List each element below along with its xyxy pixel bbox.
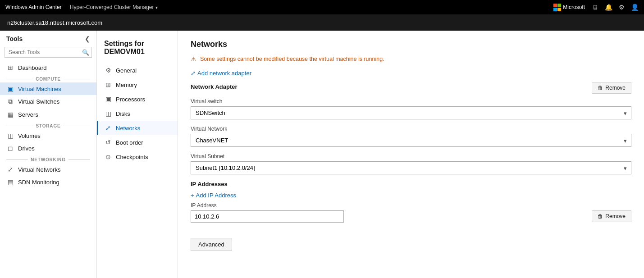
ip-remove-wrap: 🗑 Remove	[592, 202, 631, 222]
virtual-network-select[interactable]: ChaseVNET	[191, 134, 631, 147]
virtual-switch-select[interactable]: SDNSwitch	[191, 106, 631, 119]
virtual-subnet-group: Virtual Subnet Subnet1 [10.10.2.0/24]	[191, 153, 631, 174]
sidebar-item-virtual-machines[interactable]: ▣ Virtual Machines	[0, 82, 96, 95]
sidebar-item-label-sdn: SDN Monitoring	[18, 179, 59, 186]
settings-gear-icon[interactable]: ⚙	[619, 4, 625, 11]
main-panel: Networks ⚠ Some settings cannot be modif…	[178, 31, 644, 278]
disks-icon: ◫	[104, 110, 112, 117]
adapter-section: Network Adapter 🗑 Remove Virtual switch …	[191, 82, 631, 251]
settings-nav-disks[interactable]: ◫ Disks	[97, 106, 178, 121]
virtual-switch-label: Virtual switch	[191, 98, 631, 105]
add-ip-label: Add IP Address	[196, 192, 236, 199]
sidebar-item-dashboard[interactable]: ⊞ Dashboard	[0, 61, 96, 74]
virtual-networks-icon: ⤢	[6, 166, 14, 173]
ip-address-input[interactable]	[191, 210, 344, 223]
microsoft-label: Microsoft	[553, 4, 585, 11]
virtual-network-group: Virtual Network ChaseVNET	[191, 126, 631, 147]
topbar-icons: 🖥 🔔 ⚙ 👤	[592, 4, 639, 11]
networking-section-divider: NETWORKING	[0, 155, 96, 163]
search-icon-button[interactable]: 🔍	[82, 49, 89, 56]
bell-icon[interactable]: 🔔	[605, 4, 612, 11]
virtual-switches-icon: ⧉	[6, 98, 14, 105]
settings-nav-label-checkpoints: Checkpoints	[116, 154, 148, 160]
ip-addresses-section: IP Addresses + Add IP Address IP Address	[191, 181, 631, 223]
settings-nav: Settings for DEMOVM01 ⚙ General ⊞ Memory…	[97, 31, 178, 278]
search-tools-input[interactable]	[5, 47, 92, 58]
add-network-icon: ⤢	[191, 70, 196, 77]
sidebar-item-label-vswitches: Virtual Switches	[18, 98, 59, 105]
adapter-label: Network Adapter	[191, 83, 238, 90]
sidebar-item-label-volumes: Volumes	[18, 132, 41, 139]
advanced-button[interactable]: Advanced	[191, 238, 232, 251]
settings-nav-checkpoints[interactable]: ⊙ Checkpoints	[97, 150, 178, 164]
breadcrumb-host: n26cluster.sa18.nttest.microsoft.com	[7, 19, 102, 26]
volumes-icon: ◫	[6, 132, 14, 139]
advanced-label: Advanced	[198, 241, 224, 248]
storage-section-divider: STORAGE	[0, 121, 96, 129]
ip-address-label: IP Address	[191, 202, 587, 209]
warning-text: Some settings cannot be modified because…	[200, 56, 384, 62]
checkpoints-icon: ⊙	[104, 153, 112, 160]
breadcrumb-bar: n26cluster.sa18.nttest.microsoft.com	[0, 14, 644, 31]
virtual-switch-group: Virtual switch SDNSwitch	[191, 98, 631, 119]
sidebar-item-label-vnetworks: Virtual Networks	[18, 166, 60, 173]
warning-icon: ⚠	[191, 55, 196, 63]
remove-ip-button[interactable]: 🗑 Remove	[592, 210, 631, 222]
trash-ip-icon: 🗑	[598, 213, 603, 219]
content-area: Settings for DEMOVM01 ⚙ General ⊞ Memory…	[97, 31, 644, 278]
settings-nav-networks[interactable]: ⤢ Networks	[97, 121, 178, 135]
cluster-chevron-icon[interactable]: ▾	[155, 5, 158, 10]
processors-icon: ▣	[104, 96, 112, 103]
settings-nav-processors[interactable]: ▣ Processors	[97, 92, 178, 106]
adapter-header-row: Network Adapter 🗑 Remove	[191, 82, 631, 94]
servers-icon: ▦	[6, 111, 14, 118]
remove-ip-label: Remove	[605, 213, 626, 219]
ip-addresses-heading: IP Addresses	[191, 181, 631, 187]
add-network-adapter-link[interactable]: ⤢ Add network adapter	[191, 70, 631, 77]
sidebar-item-label-drives: Drives	[18, 145, 35, 152]
compute-section-divider: COMPUTE	[0, 74, 96, 82]
settings-nav-label-boot: Boot order	[116, 139, 143, 146]
networks-nav-icon: ⤢	[104, 124, 112, 132]
add-network-label: Add network adapter	[197, 70, 251, 77]
general-icon: ⚙	[104, 67, 112, 74]
main-layout: Tools ❮ 🔍 ⊞ Dashboard COMPUTE ▣ Virtual …	[0, 31, 644, 278]
sidebar-item-drives[interactable]: ◻ Drives	[0, 142, 96, 155]
settings-nav-label-memory: Memory	[116, 82, 137, 88]
virtual-network-select-wrap: ChaseVNET	[191, 134, 631, 147]
topbar: Windows Admin Center Hyper-Converged Clu…	[0, 0, 644, 14]
sidebar-item-virtual-switches[interactable]: ⧉ Virtual Switches	[0, 95, 96, 108]
sidebar-item-volumes[interactable]: ◫ Volumes	[0, 129, 96, 142]
sidebar-collapse-button[interactable]: ❮	[85, 35, 90, 42]
user-icon[interactable]: 👤	[631, 4, 639, 11]
dashboard-icon: ⊞	[6, 64, 14, 71]
boot-order-icon: ↺	[104, 139, 112, 146]
settings-nav-label-disks: Disks	[116, 110, 130, 117]
sidebar-item-sdn-monitoring[interactable]: ▤ SDN Monitoring	[0, 176, 96, 188]
sidebar-item-servers[interactable]: ▦ Servers	[0, 108, 96, 121]
settings-nav-boot-order[interactable]: ↺ Boot order	[97, 135, 178, 150]
ip-field-wrap: IP Address	[191, 202, 587, 223]
virtual-subnet-select[interactable]: Subnet1 [10.10.2.0/24]	[191, 161, 631, 174]
sidebar-item-label-vms: Virtual Machines	[18, 86, 61, 92]
settings-nav-header: Settings for DEMOVM01	[97, 34, 178, 63]
sidebar-item-label-servers: Servers	[18, 111, 38, 118]
settings-nav-memory[interactable]: ⊞ Memory	[97, 77, 178, 92]
virtual-network-label: Virtual Network	[191, 126, 631, 132]
panel-title: Networks	[191, 40, 631, 49]
search-tools-wrap: 🔍	[0, 45, 96, 61]
sidebar: Tools ❮ 🔍 ⊞ Dashboard COMPUTE ▣ Virtual …	[0, 31, 97, 278]
settings-layout: Settings for DEMOVM01 ⚙ General ⊞ Memory…	[97, 31, 644, 278]
cluster-manager-label: Hyper-Converged Cluster Manager ▾	[70, 4, 158, 10]
virtual-machines-icon: ▣	[6, 85, 14, 92]
remove-adapter-button[interactable]: 🗑 Remove	[592, 82, 631, 94]
add-ip-address-link[interactable]: + Add IP Address	[191, 192, 631, 199]
ip-address-row: IP Address 🗑 Remove	[191, 202, 631, 223]
sidebar-item-virtual-networks[interactable]: ⤢ Virtual Networks	[0, 163, 96, 176]
monitor-icon[interactable]: 🖥	[592, 4, 598, 11]
settings-nav-label-processors: Processors	[116, 96, 145, 103]
virtual-subnet-label: Virtual Subnet	[191, 153, 631, 160]
sidebar-title: Tools	[6, 35, 23, 42]
sidebar-item-label-dashboard: Dashboard	[18, 64, 47, 71]
settings-nav-general[interactable]: ⚙ General	[97, 63, 178, 77]
